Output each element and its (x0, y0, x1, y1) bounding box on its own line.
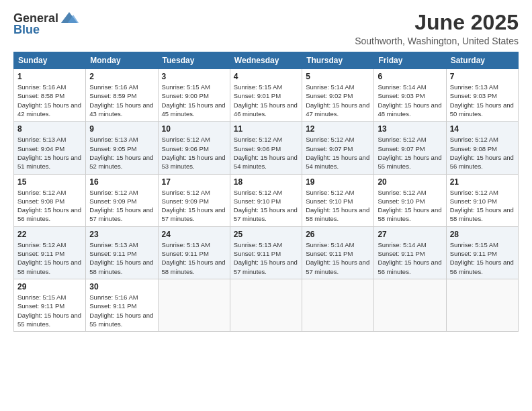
table-row: 17Sunrise: 5:12 AMSunset: 9:09 PMDayligh… (158, 174, 230, 226)
day-info: Sunrise: 5:13 AMSunset: 9:11 PMDaylight:… (89, 241, 153, 275)
day-info: Sunrise: 5:15 AMSunset: 9:00 PMDaylight:… (162, 83, 226, 118)
table-row (446, 279, 518, 331)
table-row: 13Sunrise: 5:12 AMSunset: 9:07 PMDayligh… (374, 122, 446, 174)
day-info: Sunrise: 5:12 AMSunset: 9:06 PMDaylight:… (234, 136, 298, 170)
day-number: 20 (378, 177, 442, 187)
calendar-header-row: Sunday Monday Tuesday Wednesday Thursday… (14, 52, 519, 69)
day-info: Sunrise: 5:12 AMSunset: 9:08 PMDaylight:… (17, 189, 81, 223)
table-row: 7Sunrise: 5:13 AMSunset: 9:03 PMDaylight… (446, 69, 518, 122)
table-row: 26Sunrise: 5:14 AMSunset: 9:11 PMDayligh… (302, 226, 374, 279)
month-title: June 2025 (355, 11, 519, 34)
table-row: 11Sunrise: 5:12 AMSunset: 9:06 PMDayligh… (230, 122, 302, 174)
day-info: Sunrise: 5:12 AMSunset: 9:07 PMDaylight:… (306, 136, 369, 170)
day-number: 11 (234, 124, 298, 134)
day-number: 24 (162, 230, 226, 239)
col-saturday: Saturday (446, 52, 518, 69)
day-number: 21 (450, 177, 515, 187)
table-row: 14Sunrise: 5:12 AMSunset: 9:08 PMDayligh… (446, 122, 518, 174)
table-row (158, 279, 230, 331)
calendar-page: General Blue June 2025 Southworth, Washi… (0, 0, 532, 411)
day-number: 7 (450, 72, 515, 81)
col-wednesday: Wednesday (230, 52, 302, 69)
table-row: 28Sunrise: 5:15 AMSunset: 9:11 PMDayligh… (446, 226, 518, 279)
table-row: 9Sunrise: 5:13 AMSunset: 9:05 PMDaylight… (86, 122, 158, 174)
day-number: 8 (17, 124, 82, 134)
table-row: 24Sunrise: 5:13 AMSunset: 9:11 PMDayligh… (158, 226, 230, 279)
table-row: 12Sunrise: 5:12 AMSunset: 9:07 PMDayligh… (302, 122, 374, 174)
day-number: 27 (378, 230, 442, 239)
day-number: 30 (89, 282, 154, 291)
location-subtitle: Southworth, Washington, United States (355, 36, 519, 46)
day-info: Sunrise: 5:16 AMSunset: 8:58 PMDaylight:… (17, 83, 81, 118)
day-number: 17 (162, 177, 226, 187)
table-row: 8Sunrise: 5:13 AMSunset: 9:04 PMDaylight… (14, 122, 86, 174)
day-number: 26 (306, 230, 370, 239)
day-number: 6 (378, 72, 442, 81)
table-row: 25Sunrise: 5:13 AMSunset: 9:11 PMDayligh… (230, 226, 302, 279)
day-number: 1 (17, 72, 82, 81)
day-info: Sunrise: 5:12 AMSunset: 9:07 PMDaylight:… (378, 136, 441, 170)
day-info: Sunrise: 5:12 AMSunset: 9:10 PMDaylight:… (450, 189, 514, 223)
day-number: 18 (234, 177, 298, 187)
day-number: 12 (306, 124, 370, 134)
day-number: 22 (17, 230, 82, 239)
table-row: 4Sunrise: 5:15 AMSunset: 9:01 PMDaylight… (230, 69, 302, 122)
day-info: Sunrise: 5:16 AMSunset: 9:11 PMDaylight:… (89, 293, 153, 328)
day-number: 28 (450, 230, 515, 239)
day-info: Sunrise: 5:13 AMSunset: 9:05 PMDaylight:… (89, 136, 153, 170)
table-row: 29Sunrise: 5:15 AMSunset: 9:11 PMDayligh… (14, 279, 86, 331)
day-number: 10 (162, 124, 226, 134)
day-number: 23 (89, 230, 154, 239)
day-info: Sunrise: 5:12 AMSunset: 9:09 PMDaylight:… (162, 189, 226, 223)
table-row: 19Sunrise: 5:12 AMSunset: 9:10 PMDayligh… (302, 174, 374, 226)
day-number: 2 (89, 72, 154, 81)
day-number: 3 (162, 72, 226, 81)
day-info: Sunrise: 5:13 AMSunset: 9:03 PMDaylight:… (450, 83, 514, 118)
day-number: 9 (89, 124, 154, 134)
table-row: 6Sunrise: 5:14 AMSunset: 9:03 PMDaylight… (374, 69, 446, 122)
day-info: Sunrise: 5:15 AMSunset: 9:11 PMDaylight:… (450, 241, 514, 275)
day-info: Sunrise: 5:12 AMSunset: 9:11 PMDaylight:… (17, 241, 81, 275)
day-number: 19 (306, 177, 370, 187)
table-row: 22Sunrise: 5:12 AMSunset: 9:11 PMDayligh… (14, 226, 86, 279)
table-row: 16Sunrise: 5:12 AMSunset: 9:09 PMDayligh… (86, 174, 158, 226)
table-row: 23Sunrise: 5:13 AMSunset: 9:11 PMDayligh… (86, 226, 158, 279)
day-info: Sunrise: 5:14 AMSunset: 9:11 PMDaylight:… (306, 241, 369, 275)
table-row: 21Sunrise: 5:12 AMSunset: 9:10 PMDayligh… (446, 174, 518, 226)
table-row: 10Sunrise: 5:12 AMSunset: 9:06 PMDayligh… (158, 122, 230, 174)
col-monday: Monday (86, 52, 158, 69)
day-number: 25 (234, 230, 298, 239)
table-row: 3Sunrise: 5:15 AMSunset: 9:00 PMDaylight… (158, 69, 230, 122)
day-info: Sunrise: 5:14 AMSunset: 9:11 PMDaylight:… (378, 241, 441, 275)
day-info: Sunrise: 5:12 AMSunset: 9:08 PMDaylight:… (450, 136, 514, 170)
day-number: 16 (89, 177, 154, 187)
logo-blue-text: Blue (13, 23, 40, 37)
day-info: Sunrise: 5:16 AMSunset: 8:59 PMDaylight:… (89, 83, 153, 118)
day-info: Sunrise: 5:12 AMSunset: 9:10 PMDaylight:… (306, 189, 369, 223)
calendar-table: Sunday Monday Tuesday Wednesday Thursday… (13, 52, 519, 332)
table-row: 1Sunrise: 5:16 AMSunset: 8:58 PMDaylight… (14, 69, 86, 122)
header: General Blue June 2025 Southworth, Washi… (13, 11, 519, 46)
day-number: 4 (234, 72, 298, 81)
col-sunday: Sunday (14, 52, 86, 69)
logo-icon (60, 11, 79, 26)
day-info: Sunrise: 5:12 AMSunset: 9:10 PMDaylight:… (234, 189, 298, 223)
day-number: 14 (450, 124, 515, 134)
day-number: 5 (306, 72, 370, 81)
table-row: 30Sunrise: 5:16 AMSunset: 9:11 PMDayligh… (86, 279, 158, 331)
day-info: Sunrise: 5:14 AMSunset: 9:03 PMDaylight:… (378, 83, 441, 118)
col-friday: Friday (374, 52, 446, 69)
day-info: Sunrise: 5:13 AMSunset: 9:11 PMDaylight:… (162, 241, 226, 275)
day-info: Sunrise: 5:15 AMSunset: 9:11 PMDaylight:… (17, 293, 81, 328)
title-area: June 2025 Southworth, Washington, United… (355, 11, 519, 46)
day-info: Sunrise: 5:12 AMSunset: 9:10 PMDaylight:… (378, 189, 441, 223)
day-info: Sunrise: 5:14 AMSunset: 9:02 PMDaylight:… (306, 83, 369, 118)
table-row: 20Sunrise: 5:12 AMSunset: 9:10 PMDayligh… (374, 174, 446, 226)
day-info: Sunrise: 5:15 AMSunset: 9:01 PMDaylight:… (234, 83, 298, 118)
table-row (230, 279, 302, 331)
day-info: Sunrise: 5:12 AMSunset: 9:06 PMDaylight:… (162, 136, 226, 170)
day-info: Sunrise: 5:13 AMSunset: 9:11 PMDaylight:… (234, 241, 298, 275)
logo: General Blue (13, 11, 79, 37)
col-tuesday: Tuesday (158, 52, 230, 69)
table-row (374, 279, 446, 331)
